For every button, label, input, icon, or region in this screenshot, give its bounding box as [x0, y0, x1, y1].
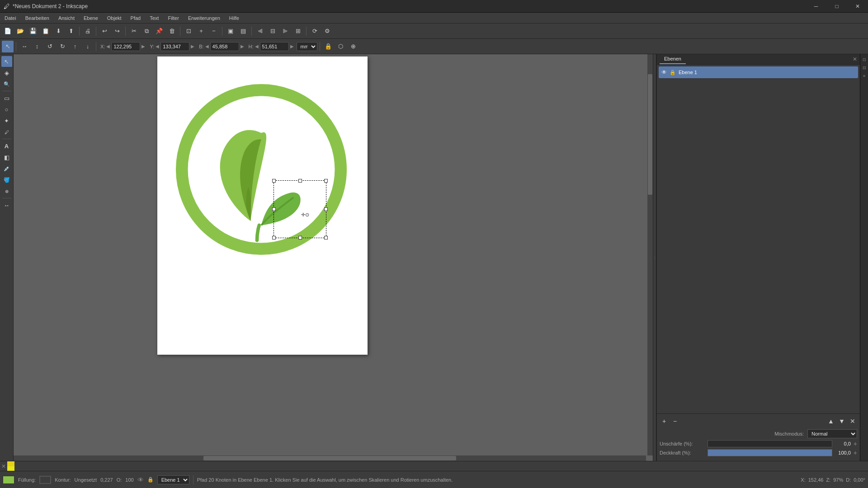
layer-lock-icon[interactable]: 🔒 — [670, 70, 676, 75]
remove-layer-button[interactable]: − — [670, 417, 679, 426]
transform-tool-button[interactable]: ⬡ — [335, 41, 347, 52]
opacity-lock-icon[interactable]: 🔒 — [147, 477, 154, 483]
new-button[interactable]: 📄 — [2, 25, 14, 37]
x-input[interactable] — [111, 42, 140, 51]
star-tool[interactable]: ✦ — [1, 115, 12, 126]
eyedropper-tool[interactable]: 💉 — [1, 163, 12, 174]
menu-filter[interactable]: Filter — [163, 13, 183, 23]
unit-select[interactable]: mmpxpt — [297, 42, 317, 51]
panel-splitter[interactable]: ⋮ — [653, 54, 656, 461]
blur-plus[interactable]: + — [854, 440, 857, 447]
menu-erweiterungen[interactable]: Erweiterungen — [184, 13, 225, 23]
transform-button[interactable]: ⟳ — [309, 25, 321, 37]
align-center-button[interactable]: ⊟ — [267, 25, 278, 37]
cut-button[interactable]: ✂ — [128, 25, 140, 37]
export-button[interactable]: ⬆ — [65, 25, 77, 37]
color-swatch[interactable] — [7, 466, 14, 471]
menu-pfad[interactable]: Pfad — [126, 13, 146, 23]
snap-button[interactable]: ⊕ — [348, 41, 359, 52]
layer-row[interactable]: 👁 🔒 Ebene 1 — [659, 66, 858, 78]
node-tool[interactable]: ◈ — [1, 67, 12, 78]
y-minus[interactable]: ◀ — [156, 44, 159, 49]
path-tool[interactable]: 🖊 — [1, 127, 12, 137]
panel-toggle[interactable]: ≡ — [861, 72, 868, 80]
spray-tool[interactable]: ⊕ — [1, 186, 12, 197]
menu-hilfe[interactable]: Hilfe — [225, 13, 244, 23]
opacity-bar[interactable] — [708, 449, 832, 456]
add-layer-button[interactable]: + — [660, 417, 669, 426]
y-plus[interactable]: ▶ — [191, 44, 194, 49]
text-tool[interactable]: A — [1, 141, 12, 151]
gradient-tool[interactable]: ◧ — [1, 152, 12, 163]
opacity-visibility-icon[interactable]: 👁 — [137, 476, 144, 483]
vertical-scrollbar[interactable] — [647, 54, 653, 455]
lower-button[interactable]: ↓ — [82, 41, 94, 52]
undo-button[interactable]: ↩ — [99, 25, 110, 37]
open-button[interactable]: 📂 — [14, 25, 26, 37]
align-right-button[interactable]: ⫸ — [279, 25, 291, 37]
rotate-ccw-button[interactable]: ↺ — [44, 41, 56, 52]
vscroll-thumb[interactable] — [648, 74, 652, 194]
copy-button[interactable]: ⧉ — [141, 25, 152, 37]
view-toggle[interactable]: ⊟ — [861, 64, 868, 71]
w-input[interactable] — [210, 42, 239, 51]
h-plus[interactable]: ▶ — [290, 44, 294, 49]
x-minus[interactable]: ◀ — [106, 44, 110, 49]
import-button[interactable]: ⬇ — [52, 25, 64, 37]
menu-ansicht[interactable]: Ansicht — [54, 13, 79, 23]
flip-h-button[interactable]: ↔ — [19, 41, 30, 52]
layer-options-button[interactable]: ✕ — [848, 417, 857, 426]
window-controls[interactable]: ─ □ ✕ — [806, 0, 868, 13]
color-swatch[interactable] — [7, 461, 14, 466]
w-plus[interactable]: ▶ — [241, 44, 244, 49]
layer-up-button[interactable]: ▲ — [826, 417, 835, 426]
raise-button[interactable]: ↑ — [69, 41, 81, 52]
redo-button[interactable]: ↪ — [111, 25, 123, 37]
paste-button[interactable]: 📌 — [153, 25, 165, 37]
hscroll-thumb[interactable] — [203, 456, 457, 460]
horizontal-scrollbar[interactable] — [14, 455, 646, 461]
zoom-out-button[interactable]: − — [208, 25, 220, 37]
layer-select[interactable]: Ebene 1 — [157, 475, 189, 484]
blend-select[interactable]: Normal Multiply Screen — [807, 429, 857, 438]
zoom-fit-button[interactable]: ⊡ — [183, 25, 194, 37]
measure-tool[interactable]: ↔ — [1, 200, 12, 211]
x-plus[interactable]: ▶ — [142, 44, 145, 49]
layer-down-button[interactable]: ▼ — [837, 417, 846, 426]
close-button[interactable]: ✕ — [847, 0, 868, 13]
pointer-tool[interactable]: ↖ — [1, 56, 12, 67]
print-button[interactable]: 🖨 — [82, 25, 94, 37]
canvas-area[interactable]: ✛⊙ — [14, 54, 653, 461]
align-left-button[interactable]: ⫷ — [254, 25, 266, 37]
zoom-tool[interactable]: 🔍 — [1, 79, 12, 89]
snap-toggle[interactable]: ⊡ — [861, 56, 868, 63]
menu-bearbeiten[interactable]: Bearbeiten — [21, 13, 54, 23]
minimize-button[interactable]: ─ — [806, 0, 826, 13]
ellipse-tool[interactable]: ○ — [1, 104, 12, 115]
h-input[interactable] — [260, 42, 289, 51]
opacity-plus[interactable]: + — [854, 449, 857, 456]
object-prop-button[interactable]: ⚙ — [321, 25, 333, 37]
y-input[interactable] — [160, 42, 189, 51]
menu-ebene[interactable]: Ebene — [79, 13, 103, 23]
select-tool-btn[interactable]: ↖ — [2, 41, 14, 52]
zoom-in-button[interactable]: + — [195, 25, 207, 37]
h-minus[interactable]: ◀ — [255, 44, 259, 49]
maximize-button[interactable]: □ — [826, 0, 847, 13]
layer-visibility-icon[interactable]: 👁 — [661, 69, 667, 75]
stroke-color-box[interactable] — [39, 476, 51, 484]
rotate-cw-button[interactable]: ↻ — [57, 41, 68, 52]
fill-color-box[interactable] — [3, 476, 14, 484]
menu-text[interactable]: Text — [145, 13, 163, 23]
lock-ratio-button[interactable]: 🔒 — [322, 41, 334, 52]
layers-tab[interactable]: Ebenen — [660, 54, 686, 64]
group-button[interactable]: ▣ — [225, 25, 236, 37]
ungroup-button[interactable]: ▤ — [237, 25, 249, 37]
menu-datei[interactable]: Datei — [0, 13, 21, 23]
panel-close-button[interactable]: ✕ — [853, 56, 857, 62]
no-color-button[interactable]: ✕ — [0, 463, 7, 470]
menu-objekt[interactable]: Objekt — [103, 13, 126, 23]
w-minus[interactable]: ◀ — [205, 44, 209, 49]
distribute-button[interactable]: ⊞ — [292, 25, 304, 37]
save-as-button[interactable]: 📋 — [40, 25, 52, 37]
